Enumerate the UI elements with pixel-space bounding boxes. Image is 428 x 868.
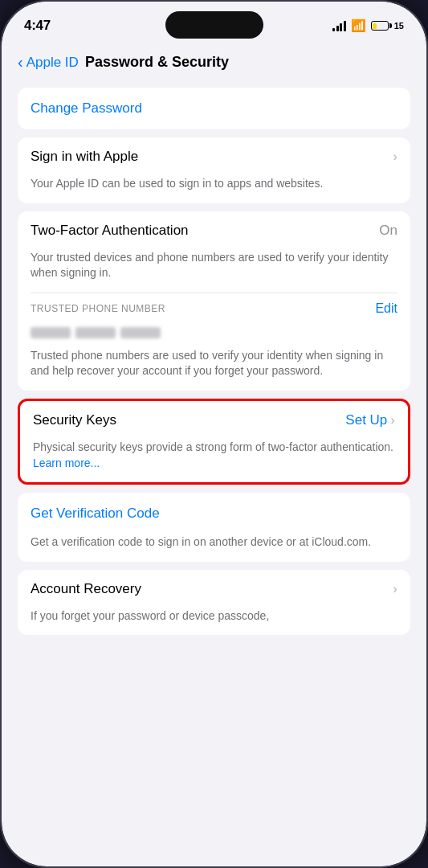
two-factor-row[interactable]: Two-Factor Authentication On <box>18 211 410 250</box>
change-password-card[interactable]: Change Password <box>18 88 410 129</box>
change-password-button[interactable]: Change Password <box>18 88 410 129</box>
phone-number-blur <box>31 327 161 338</box>
page-title: Password & Security <box>85 54 229 71</box>
trusted-phone-label: TRUSTED PHONE NUMBER <box>31 303 165 314</box>
security-keys-action-label: Set Up <box>345 412 387 428</box>
signal-bar-1 <box>332 28 335 31</box>
account-recovery-description: If you forget your password or device pa… <box>18 608 410 636</box>
learn-more-link[interactable]: Learn more... <box>33 457 100 469</box>
battery-body <box>371 21 389 31</box>
two-factor-label: Two-Factor Authentication <box>31 223 189 239</box>
battery-level: 15 <box>394 21 404 31</box>
back-label[interactable]: Apple ID <box>26 55 79 71</box>
blur-block-2 <box>75 327 116 338</box>
trusted-phone-header: TRUSTED PHONE NUMBER Edit <box>18 293 410 321</box>
signal-bar-4 <box>344 21 346 31</box>
account-recovery-card[interactable]: Account Recovery › If you forget your pa… <box>18 570 410 636</box>
signal-bars-icon <box>332 20 346 31</box>
two-factor-status: On <box>379 223 397 239</box>
phone-number-row <box>18 321 410 348</box>
security-keys-chevron-icon: › <box>390 412 395 428</box>
blur-block-3 <box>120 327 161 338</box>
nav-header: ‹ Apple ID Password & Security <box>2 45 426 80</box>
battery-fill <box>373 23 376 29</box>
edit-button[interactable]: Edit <box>375 301 397 316</box>
sign-in-with-apple-label: Sign in with Apple <box>31 149 138 165</box>
phone-screen: 4:47 📶 15 <box>2 2 426 866</box>
back-button[interactable]: ‹ Apple ID <box>18 53 79 72</box>
battery-icon: 15 <box>371 21 404 31</box>
status-icons: 📶 15 <box>332 18 404 33</box>
content-area: Change Password Sign in with Apple › You… <box>2 80 426 651</box>
signal-bar-3 <box>340 23 342 31</box>
signal-bar-2 <box>336 26 339 31</box>
battery-tip <box>389 23 392 28</box>
blur-block-1 <box>31 327 71 338</box>
security-keys-action-group: Set Up › <box>345 412 395 428</box>
account-recovery-chevron-icon: › <box>393 581 397 597</box>
security-keys-card[interactable]: Security Keys Set Up › Physical security… <box>18 399 410 485</box>
two-factor-description: Your trusted devices and phone numbers a… <box>18 250 410 293</box>
phone-description: Trusted phone numbers are used to verify… <box>18 348 410 391</box>
sign-in-with-apple-card[interactable]: Sign in with Apple › Your Apple ID can b… <box>18 137 410 203</box>
sign-in-chevron-icon: › <box>393 149 397 165</box>
account-recovery-label: Account Recovery <box>31 581 141 597</box>
sign-in-with-apple-description: Your Apple ID can be used to sign in to … <box>18 176 410 203</box>
wifi-icon: 📶 <box>351 18 366 33</box>
get-verification-code-description: Get a verification code to sign in on an… <box>18 534 410 562</box>
phone-frame: 4:47 📶 15 <box>0 0 428 868</box>
get-verification-code-button[interactable]: Get Verification Code <box>18 493 410 534</box>
sign-in-with-apple-row[interactable]: Sign in with Apple › <box>18 137 410 176</box>
two-factor-card: Two-Factor Authentication On Your truste… <box>18 211 410 391</box>
security-keys-label: Security Keys <box>33 412 116 428</box>
back-chevron-icon: ‹ <box>18 53 23 72</box>
status-time: 4:47 <box>24 18 51 34</box>
account-recovery-row[interactable]: Account Recovery › <box>18 570 410 608</box>
get-verification-code-card[interactable]: Get Verification Code Get a verification… <box>18 493 410 562</box>
dynamic-island <box>165 11 263 39</box>
security-keys-row[interactable]: Security Keys Set Up › <box>20 401 408 440</box>
security-keys-description: Physical security keys provide a strong … <box>20 440 408 482</box>
